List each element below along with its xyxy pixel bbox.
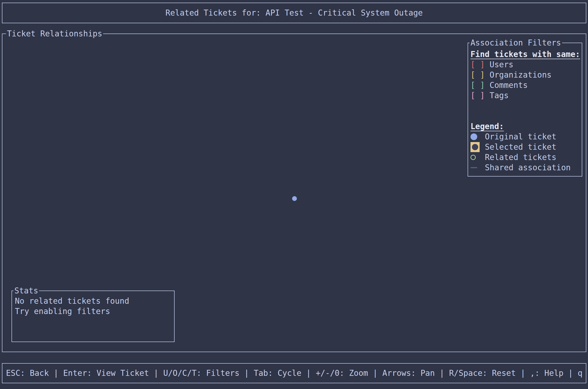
checkbox-label: Tags: [490, 91, 509, 100]
filter-checkbox-users[interactable]: [ ]Users: [471, 59, 579, 70]
legend-item-shared-association: Shared association: [471, 162, 579, 173]
related-tickets-circle-icon: [471, 152, 480, 162]
title-bar: Related Tickets for: API Test - Critical…: [2, 3, 586, 23]
stats-panel: Stats No related tickets found Try enabl…: [11, 291, 175, 342]
stats-line-no-results: No related tickets found: [15, 296, 174, 306]
checkbox-label: Users: [490, 60, 514, 69]
original-ticket-dot-icon: [471, 131, 480, 142]
legend-label: Selected ticket: [485, 142, 556, 152]
checkbox-label: Comments: [490, 80, 528, 90]
filter-checkbox-comments[interactable]: [ ]Comments: [471, 80, 579, 90]
status-bar: ESC: Back | Enter: View Ticket | U/O/C/T…: [2, 363, 586, 383]
legend-label: Shared association: [485, 162, 571, 173]
filter-checkbox-tags[interactable]: [ ]Tags: [471, 90, 579, 101]
stats-panel-title: Stats: [13, 286, 39, 296]
page-title: Related Tickets for: API Test - Critical…: [2, 3, 586, 23]
association-filters-panel-title: Association Filters: [470, 38, 562, 48]
legend-item-related-tickets: Related tickets: [471, 152, 579, 162]
shared-association-dash-icon: [471, 162, 480, 173]
checkbox-brackets-icon: [ ]: [471, 91, 485, 100]
legend-label: Original ticket: [485, 131, 556, 142]
spacer: [471, 101, 579, 121]
legend-item-selected-ticket: Selected ticket: [471, 142, 579, 152]
legend-label: Related tickets: [485, 152, 556, 162]
ticket-relationships-panel: Ticket Relationships Association Filters…: [2, 33, 586, 352]
app-screen: Related Tickets for: API Test - Critical…: [0, 0, 588, 389]
association-filters-panel: Association Filters Find tickets with sa…: [468, 43, 582, 177]
keyboard-shortcuts-help: ESC: Back | Enter: View Ticket | U/O/C/T…: [2, 364, 586, 383]
filter-checkbox-organizations[interactable]: [ ]Organizations: [471, 70, 579, 80]
checkbox-brackets-icon: [ ]: [471, 70, 485, 80]
original-ticket-node[interactable]: [292, 196, 297, 201]
legend-item-original-ticket: Original ticket: [471, 131, 579, 142]
selected-ticket-dot-icon: [471, 142, 480, 152]
checkbox-brackets-icon: [ ]: [471, 60, 485, 69]
legend-heading: Legend:: [471, 121, 579, 131]
checkbox-label: Organizations: [490, 70, 551, 80]
filters-heading: Find tickets with same:: [471, 49, 579, 59]
checkbox-brackets-icon: [ ]: [471, 80, 485, 90]
stats-line-hint: Try enabling filters: [15, 306, 174, 316]
